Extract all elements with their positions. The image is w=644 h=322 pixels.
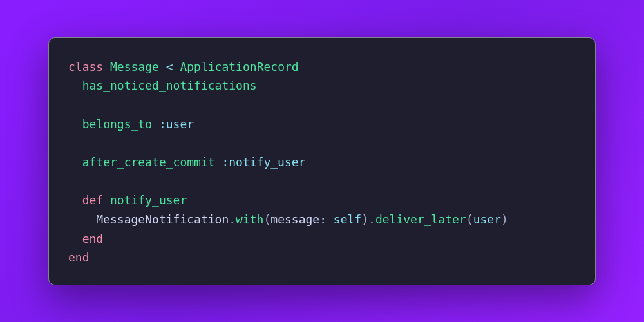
code-token: .	[368, 213, 375, 226]
code-token: belongs_to	[82, 117, 152, 131]
code-token: .	[229, 213, 236, 226]
code-token: after_create_commit	[82, 155, 215, 169]
code-token: Message	[110, 60, 159, 73]
code-line: has_noticed_notifications	[68, 76, 576, 95]
code-line: MessageNotification.with(message: self).…	[68, 210, 576, 229]
code-token: user	[473, 213, 501, 226]
code-token: (	[466, 213, 473, 226]
code-token: notify_user	[110, 193, 187, 207]
code-token: deliver_later	[375, 213, 466, 226]
code-token: with	[236, 213, 263, 226]
code-line: after_create_commit :notify_user	[68, 153, 576, 172]
code-line: end	[68, 248, 576, 267]
code-token: :notify_user	[222, 155, 305, 169]
code-token	[173, 60, 180, 73]
code-token: self	[334, 213, 361, 226]
code-token	[103, 193, 110, 207]
code-token	[159, 60, 166, 73]
code-token: <	[166, 60, 173, 73]
code-token: )	[361, 213, 368, 226]
code-line: def notify_user	[68, 191, 576, 210]
code-token: def	[82, 193, 104, 207]
code-token: end	[82, 232, 104, 245]
code-token: class	[68, 60, 103, 73]
code-token: )	[501, 213, 508, 226]
code-token	[152, 117, 159, 131]
code-token: :user	[159, 117, 194, 131]
code-line	[68, 133, 576, 153]
code-token: MessageNotification	[96, 213, 229, 226]
code-token: end	[68, 251, 90, 264]
code-token: message:	[270, 213, 327, 226]
code-line: class Message < ApplicationRecord	[68, 57, 576, 77]
code-line	[68, 172, 576, 191]
code-token	[327, 213, 334, 226]
code-block: class Message < ApplicationRecordhas_not…	[48, 37, 596, 285]
code-token: has_noticed_notifications	[82, 79, 257, 92]
code-token: ApplicationRecord	[180, 60, 298, 73]
code-token: (	[263, 213, 270, 226]
code-line: end	[68, 229, 576, 249]
code-token	[103, 60, 110, 73]
code-line: belongs_to :user	[68, 115, 576, 134]
code-line	[68, 95, 576, 115]
code-token	[215, 155, 222, 169]
code-content: class Message < ApplicationRecordhas_not…	[68, 57, 576, 268]
